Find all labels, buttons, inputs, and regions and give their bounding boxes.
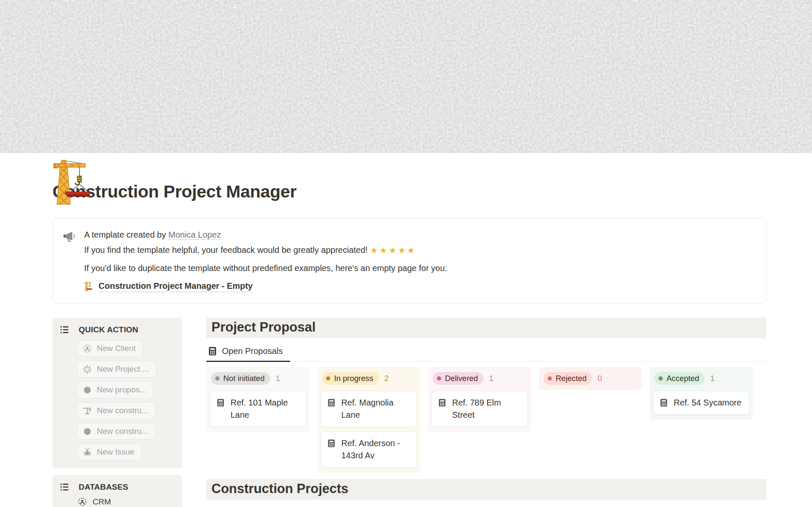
quick-action-new-issue[interactable]: New Issue — [77, 444, 142, 460]
crane-icon — [83, 406, 92, 415]
button-label: New constru... — [97, 406, 148, 415]
board-column-delivered: Delivered1Ref. 789 Elm Street — [428, 367, 531, 432]
page-title: Construction Project Manager — [52, 182, 766, 202]
status-label: Delivered — [445, 374, 478, 383]
proposal-card-ref-magnolia-lane[interactable]: Ref. Magnolia Lane — [321, 391, 417, 427]
column-count: 2 — [384, 374, 389, 383]
column-header: Not initiated1 — [210, 372, 306, 385]
tab-open-proposals[interactable]: Open Proposals — [206, 344, 290, 362]
card-title: Ref. 54 Sycamore — [674, 397, 741, 409]
button-label: New Issue — [97, 447, 134, 457]
quick-action-buttons: New ClientNew Project ...New propos...Ne… — [77, 340, 176, 460]
quick-action-header: QUICK ACTION — [59, 324, 176, 335]
page-icon-crane[interactable] — [52, 158, 103, 206]
database-link-crm[interactable]: CRM — [78, 496, 111, 507]
burst-icon — [83, 365, 92, 374]
notion-page: Construction Project Manager A template … — [0, 0, 812, 507]
status-dot — [437, 376, 441, 381]
empty-page-link-row: Construction Project Manager - Empty — [84, 280, 447, 292]
quick-action-new-project[interactable]: New Project ... — [77, 361, 156, 378]
column-cards: Ref. 54 Sycamore — [653, 391, 749, 415]
proposal-card-ref-anderson-143rd-av[interactable]: Ref. Anderson - 143rd Av — [321, 431, 417, 468]
status-dot — [326, 376, 330, 381]
template-callout: A template created by Monica Lopez If yo… — [52, 218, 766, 304]
card-title: Ref. Anderson - 143rd Av — [341, 437, 411, 462]
section-heading-project-proposal: Project Proposal — [206, 318, 766, 338]
calculator-icon — [659, 398, 668, 407]
status-label: Not initiated — [223, 374, 265, 383]
section-heading-construction-projects: Construction Projects — [206, 479, 766, 500]
card-title: Ref. 101 Maple Lane — [230, 397, 300, 421]
callout-line-1: A template created by Monica Lopez — [84, 228, 447, 241]
quick-action-new-propos[interactable]: New propos... — [77, 381, 154, 398]
list-icon — [59, 324, 70, 335]
quick-action-block: QUICK ACTION New ClientNew Project ...Ne… — [52, 318, 182, 468]
board-column-rejected: Rejected0 — [539, 367, 642, 390]
databases-block: DATABASES CRMConstru... — [52, 475, 182, 507]
board-column-in-progress: In progress2Ref. Magnolia LaneRef. Ander… — [317, 367, 420, 473]
cover-image — [0, 0, 812, 153]
board-column-not-initiated: Not initiated1Ref. 101 Maple Lane — [206, 367, 310, 432]
crane-icon — [52, 158, 103, 206]
calculator-icon — [327, 439, 336, 448]
proposal-view-tabs: Open Proposals — [206, 344, 766, 362]
quick-action-new-constru[interactable]: New constru... — [77, 402, 155, 419]
sidebar: QUICK ACTION New ClientNew Project ...Ne… — [52, 318, 182, 507]
proposal-card-ref-54-sycamore[interactable]: Ref. 54 Sycamore — [653, 391, 749, 415]
stucco-texture — [0, 0, 812, 153]
quick-action-title: QUICK ACTION — [79, 325, 138, 334]
status-pill-not-initiated[interactable]: Not initiated — [211, 372, 270, 385]
button-label: New propos... — [97, 385, 146, 395]
column-header: In progress2 — [321, 372, 417, 385]
calculator-icon — [208, 346, 217, 356]
person-icon — [83, 344, 92, 353]
author-link[interactable]: Monica Lopez — [168, 230, 221, 240]
person-icon — [78, 497, 87, 507]
status-dot — [215, 376, 219, 381]
column-header: Rejected0 — [542, 372, 639, 385]
empty-page-link[interactable]: Construction Project Manager - Empty — [99, 280, 253, 292]
status-pill-delivered[interactable]: Delivered — [433, 372, 483, 385]
quick-action-new-client[interactable]: New Client — [77, 340, 143, 357]
callout-line-2: If you find the template helpful, your f… — [84, 244, 447, 257]
column-header: Accepted1 — [653, 372, 749, 385]
proposal-card-ref-789-elm-street[interactable]: Ref. 789 Elm Street — [431, 391, 528, 427]
column-cards: Ref. Magnolia LaneRef. Anderson - 143rd … — [321, 391, 417, 468]
column-header: Delivered1 — [431, 372, 528, 385]
database-label: CRM — [93, 496, 111, 507]
column-count: 0 — [598, 374, 602, 383]
megaphone-icon — [62, 228, 77, 292]
column-cards: Ref. 789 Elm Street — [431, 391, 528, 427]
column-count: 1 — [489, 374, 494, 383]
button-label: New Client — [97, 344, 136, 353]
card-title: Ref. 789 Elm Street — [452, 397, 521, 421]
databases-header: DATABASES — [59, 482, 176, 492]
status-label: In progress — [334, 374, 373, 383]
card-title: Ref. Magnolia Lane — [341, 397, 411, 421]
status-label: Rejected — [556, 374, 587, 383]
column-cards: Ref. 101 Maple Lane — [210, 391, 306, 427]
crane-icon — [84, 281, 95, 291]
calculator-icon — [438, 398, 447, 407]
list-icon — [59, 482, 70, 492]
calculator-icon — [327, 398, 336, 407]
quick-action-new-constru[interactable]: New constru... — [77, 423, 155, 440]
circle-icon — [83, 427, 92, 436]
board-column-accepted: Accepted1Ref. 54 Sycamore — [650, 367, 753, 420]
star-rating: ★★★★★ — [370, 245, 416, 255]
status-pill-in-progress[interactable]: In progress — [322, 372, 379, 385]
bug-icon — [83, 448, 92, 457]
proposal-card-ref-101-maple-lane[interactable]: Ref. 101 Maple Lane — [210, 391, 306, 427]
calculator-icon — [216, 398, 225, 407]
callout-line-3: If you'd like to duplicate the template … — [84, 262, 447, 274]
status-pill-accepted[interactable]: Accepted — [654, 372, 705, 385]
circle-icon — [83, 386, 92, 395]
proposal-board: Not initiated1Ref. 101 Maple LaneIn prog… — [206, 367, 766, 473]
status-dot — [658, 376, 663, 381]
button-label: New constru... — [97, 427, 148, 436]
column-count: 1 — [276, 374, 280, 383]
status-label: Accepted — [667, 374, 699, 383]
status-pill-rejected[interactable]: Rejected — [543, 372, 592, 385]
column-count: 1 — [710, 374, 715, 383]
status-dot — [548, 376, 552, 381]
